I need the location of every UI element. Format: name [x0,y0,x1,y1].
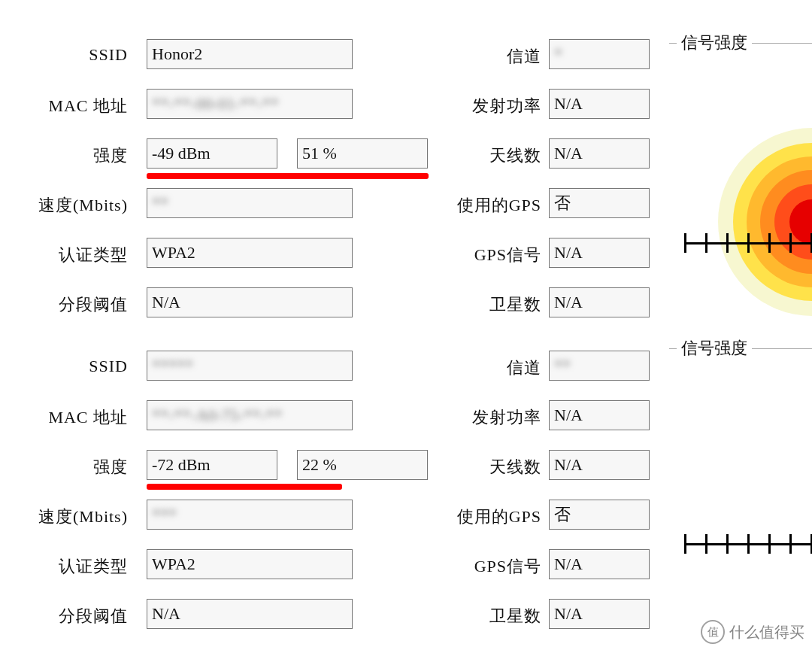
label-speed: 速度(Mbits) [0,506,128,528]
value-mac[interactable]: **-**-A0-75-**-** [147,400,353,430]
label-ssid: SSID [0,45,128,65]
label-gps-used: 使用的GPS [323,506,541,528]
value-speed[interactable]: ** [147,188,353,218]
value-channel[interactable]: * [549,39,650,69]
value-satellites[interactable]: N/A [549,287,650,317]
label-auth: 认证类型 [0,244,128,266]
label-antennas: 天线数 [323,456,541,478]
label-txpower: 发射功率 [323,95,541,117]
label-satellites: 卫星数 [323,293,541,316]
label-frag: 分段阈值 [0,605,128,627]
fields-grid: SSID Honor2 信道 * MAC 地址 **-**-00-01-**-*… [8,38,647,336]
label-channel: 信道 [323,357,541,379]
value-txpower[interactable]: N/A [549,89,650,119]
value-strength-dbm[interactable]: -72 dBm [147,450,277,480]
label-mac: MAC 地址 [0,406,128,429]
signal-strength-group: 信号强度 [662,337,812,608]
fields-grid: SSID ***** 信道 ** MAC 地址 **-**-A0-75-**-*… [8,349,647,647]
value-frag[interactable]: N/A [147,599,353,629]
value-gps-signal[interactable]: N/A [549,549,650,579]
label-gps-signal: GPS信号 [323,555,541,578]
value-antennas[interactable]: N/A [549,138,650,169]
signal-scale-ruler [684,227,812,257]
label-mac: MAC 地址 [0,95,128,117]
value-gps-used[interactable]: 否 [549,500,650,530]
watermark-badge-icon: 值 [701,620,725,644]
label-txpower: 发射功率 [323,406,541,429]
value-ssid[interactable]: Honor2 [147,39,353,69]
value-speed[interactable]: *** [147,500,353,530]
value-gps-signal[interactable]: N/A [549,238,650,268]
value-mac[interactable]: **-**-00-01-**-** [147,89,353,119]
highlight-underline [147,484,342,490]
label-antennas: 天线数 [323,144,541,167]
value-auth[interactable]: WPA2 [147,549,353,579]
wifi-info-panel-top: SSID Honor2 信道 * MAC 地址 **-**-00-01-**-*… [0,0,812,320]
label-satellites: 卫星数 [323,605,541,627]
value-auth[interactable]: WPA2 [147,238,353,268]
label-gps-signal: GPS信号 [323,244,541,266]
watermark: 值 什么值得买 [701,620,804,644]
wifi-info-panel-bottom: SSID ***** 信道 ** MAC 地址 **-**-A0-75-**-*… [0,325,812,650]
label-frag: 分段阈值 [0,293,128,316]
watermark-text: 什么值得买 [729,622,804,642]
label-strength: 强度 [0,456,128,478]
label-speed: 速度(Mbits) [0,194,128,217]
label-gps-used: 使用的GPS [323,194,541,217]
value-satellites[interactable]: N/A [549,599,650,629]
label-ssid: SSID [0,357,128,376]
value-ssid[interactable]: ***** [147,351,353,381]
value-strength-dbm[interactable]: -49 dBm [147,138,277,169]
highlight-underline [147,173,429,179]
groupbox-title: 信号强度 [677,337,752,360]
value-antennas[interactable]: N/A [549,450,650,480]
value-gps-used[interactable]: 否 [549,188,650,218]
signal-bullseye-icon [718,128,812,316]
value-txpower[interactable]: N/A [549,400,650,430]
value-channel[interactable]: ** [549,351,650,381]
groupbox-title: 信号强度 [677,32,752,54]
panel-divider [0,320,812,325]
label-strength: 强度 [0,144,128,167]
value-frag[interactable]: N/A [147,287,353,317]
signal-scale-ruler [684,528,812,558]
label-auth: 认证类型 [0,555,128,578]
label-channel: 信道 [323,45,541,68]
